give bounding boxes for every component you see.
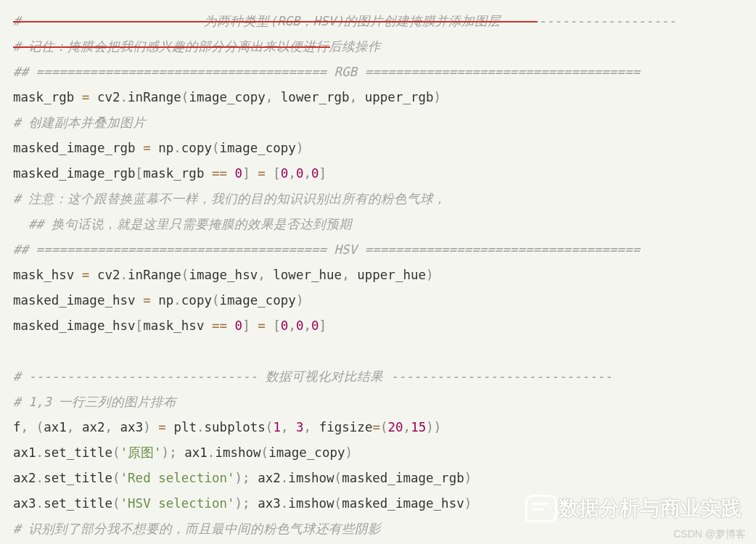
code-block: # ---------------------- 为两种类型(RGB，HSV)的… (0, 0, 756, 544)
code-line: masked_image_rgb[mask_rgb == 0] = [0,0,0… (13, 166, 326, 181)
comment-line: # ------------------------------ 数据可视化对比… (13, 369, 612, 384)
code-line: masked_image_rgb = np.copy(image_copy) (13, 141, 303, 155)
underline-2 (13, 46, 330, 48)
code-line: masked_image_hsv = np.copy(image_copy) (13, 293, 303, 308)
code-line: ax1.set_title('原图'); ax1.imshow(image_co… (13, 445, 353, 460)
underline-1 (13, 21, 538, 22)
comment-line: ## 换句话说，就是这里只需要掩膜的效果是否达到预期 (13, 217, 352, 231)
comment-line: ## =====================================… (13, 65, 640, 79)
code-line: masked_image_hsv[mask_hsv == 0] = [0,0,0… (13, 318, 326, 333)
comment-line: ## =====================================… (13, 242, 640, 257)
code-line: mask_hsv = cv2.inRange(image_hsv, lower_… (13, 268, 434, 282)
watermark-text-main: 数据分析与商业实践 (559, 495, 741, 522)
code-line: mask_rgb = cv2.inRange(image_copy, lower… (13, 90, 441, 104)
code-line: ax2.set_title('Red selection'); ax2.imsh… (13, 471, 472, 485)
code-line: ax3.set_title('HSV selection'); ax3.imsh… (13, 496, 472, 511)
comment-line: # 1,3 一行三列的图片排布 (13, 395, 176, 409)
comment-line: # 注意：这个跟替换蓝幕不一样，我们的目的知识识别出所有的粉色气球， (13, 191, 446, 206)
code-line: f, (ax1, ax2, ax3) = plt.subplots(1, 3, … (13, 420, 441, 434)
chat-bubble-icon (525, 495, 557, 522)
comment-line: # 创建副本并叠加图片 (13, 115, 146, 130)
watermark-csdn: CSDN @萝博客 (673, 528, 746, 541)
comment-line: # 识别到了部分我不想要的，而且最中间的粉色气球还有些阴影 (13, 522, 381, 536)
